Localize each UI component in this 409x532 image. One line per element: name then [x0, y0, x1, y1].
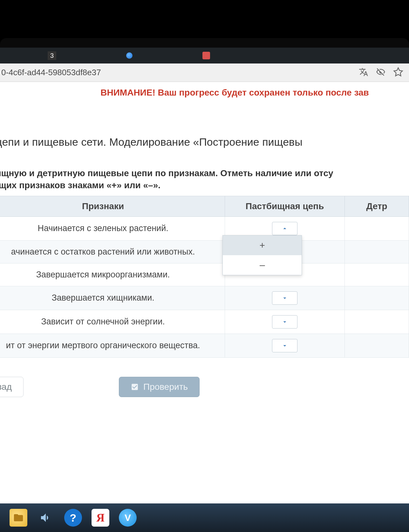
table-header-features: Признаки [0, 196, 225, 216]
dropdown-option-plus[interactable]: + [223, 236, 302, 255]
table-header-col1: Пастбищная цепь [225, 196, 345, 216]
buttons-row: азад Проверить [0, 358, 409, 397]
taskbar-v-icon[interactable]: V [119, 509, 137, 527]
select-cell-col2 [345, 216, 409, 240]
check-button[interactable]: Проверить [119, 377, 200, 397]
tab-indicator-blue[interactable] [126, 52, 133, 59]
browser-tab-bar: 3 [0, 48, 409, 63]
windows-taskbar: ? Я V [0, 503, 409, 532]
tab-count-badge[interactable]: 3 [48, 51, 56, 60]
taskbar-yandex-icon[interactable]: Я [92, 509, 109, 527]
table-row: ит от энергии мертвого органического вещ… [0, 334, 409, 357]
select-cell [225, 334, 345, 357]
select-dropdown-open[interactable] [272, 222, 297, 235]
dropdown-option-minus[interactable]: – [223, 255, 302, 275]
quiz-table: Признаки Пастбищная цепь Детр Начинается… [0, 196, 409, 358]
check-icon [131, 383, 139, 391]
feature-cell: Завершается микроорганизмами. [0, 263, 225, 286]
screen-frame: 3 0-4c6f-ad44-598053df8e37 ВНИМАНИЕ! Ваш… [0, 38, 409, 503]
table-row: Начинается с зеленых растений. + – [0, 216, 409, 240]
select-cell-col2 [345, 334, 409, 357]
taskbar-sound-icon[interactable] [37, 509, 55, 527]
back-button[interactable]: азад [0, 377, 24, 397]
address-bar: 0-4c6f-ad44-598053df8e37 [0, 63, 409, 82]
table-header-col2: Детр [345, 196, 409, 216]
select-cell-col2 [345, 263, 409, 286]
dropdown-panel: + – [222, 235, 302, 275]
select-cell [225, 310, 345, 334]
table-row: Завершается микроорганизмами. [0, 263, 409, 286]
svg-marker-0 [394, 68, 403, 76]
select-cell: + – [225, 216, 345, 240]
feature-cell: Начинается с зеленых растений. [0, 216, 225, 240]
table-row: Завершается хищниками. [0, 286, 409, 310]
table-row: ачинается с остатков растений или животн… [0, 240, 409, 263]
instruction-text: стбищную и детритную пищевые цепи по при… [0, 167, 409, 196]
select-cell-col2 [345, 310, 409, 334]
translate-icon[interactable] [359, 67, 368, 78]
table-row: Зависит от солнечной энергии. [0, 310, 409, 334]
instruction-line-1: стбищную и детритную пищевые цепи по при… [0, 168, 333, 178]
star-icon[interactable] [393, 67, 403, 78]
warning-banner: ВНИМАНИЕ! Ваш прогресс будет сохранен то… [0, 88, 409, 110]
instruction-line-2: вующих признаков знаками «+» или «–». [0, 180, 160, 190]
feature-cell: Завершается хищниками. [0, 286, 225, 310]
back-button-label: азад [0, 382, 12, 392]
select-cell [225, 286, 345, 310]
feature-cell: ачинается с остатков растений или животн… [0, 240, 225, 263]
taskbar-folder-icon[interactable] [10, 509, 27, 527]
select-cell-col2 [345, 286, 409, 310]
feature-cell: ит от энергии мертвого органического вещ… [0, 334, 225, 357]
select-cell-col2 [345, 240, 409, 263]
feature-cell: Зависит от солнечной энергии. [0, 310, 225, 334]
page-title: ие цепи и пищевые сети. Моделирование «П… [0, 110, 409, 167]
tab-indicator-orange[interactable] [202, 52, 210, 59]
address-bar-icons [359, 67, 403, 78]
eye-off-icon[interactable] [376, 67, 385, 78]
select-dropdown[interactable] [272, 315, 297, 329]
check-button-label: Проверить [143, 382, 188, 392]
page-content: ВНИМАНИЕ! Ваш прогресс будет сохранен то… [0, 82, 409, 503]
select-dropdown[interactable] [272, 339, 297, 352]
select-dropdown[interactable] [272, 291, 297, 305]
taskbar-help-icon[interactable]: ? [64, 509, 82, 527]
url-text[interactable]: 0-4c6f-ad44-598053df8e37 [0, 68, 101, 77]
